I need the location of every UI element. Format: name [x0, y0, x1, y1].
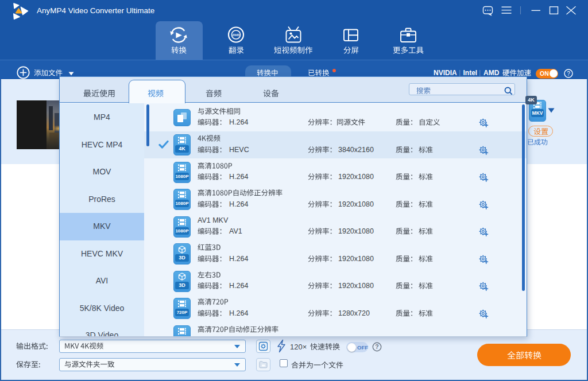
svg-text:?: ?	[375, 343, 378, 350]
svg-text:DVD: DVD	[233, 33, 240, 37]
svg-text:?: ?	[567, 71, 570, 77]
